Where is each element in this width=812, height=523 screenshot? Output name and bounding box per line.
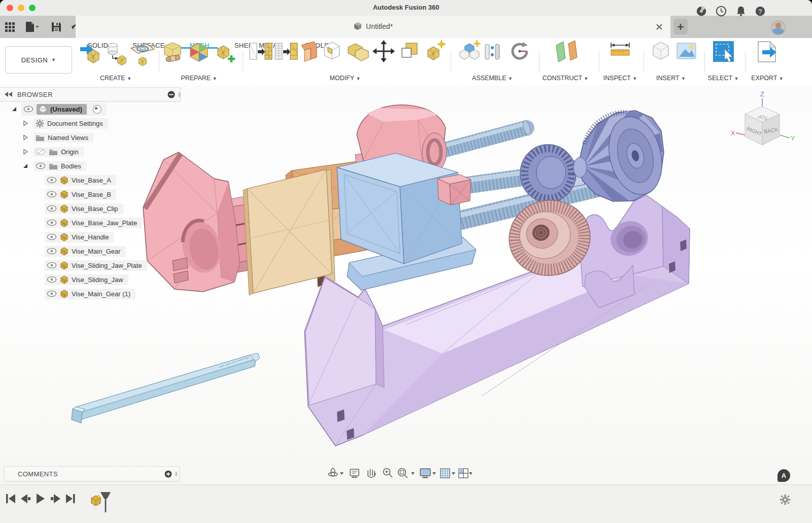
- repair-mesh-icon[interactable]: [164, 43, 181, 62]
- visibility-eye-icon[interactable]: [47, 262, 57, 269]
- tree-row-body[interactable]: Vise_Main_Gear: [0, 245, 181, 258]
- remesh-icon[interactable]: [250, 43, 272, 59]
- group-insert[interactable]: INSERT ▼: [656, 75, 686, 82]
- browser-header[interactable]: BROWSER ‖: [0, 87, 181, 101]
- app-grid-icon[interactable]: [4, 21, 15, 33]
- visibility-eye-icon[interactable]: [47, 219, 57, 226]
- export-icon[interactable]: [758, 42, 776, 62]
- group-prepare[interactable]: PREPARE ▼: [181, 75, 217, 82]
- orbit-icon[interactable]: [328, 468, 337, 476]
- file-menu-icon[interactable]: [24, 21, 40, 33]
- model-pink-collar[interactable]: [437, 175, 471, 205]
- pan-icon[interactable]: [368, 469, 376, 477]
- look-at-icon[interactable]: [350, 469, 359, 477]
- collapse-panel-icon[interactable]: [4, 91, 13, 97]
- add-comment-icon[interactable]: [164, 470, 172, 478]
- group-select[interactable]: SELECT ▼: [708, 75, 739, 82]
- timeline-playhead[interactable]: [100, 492, 111, 512]
- measure-icon[interactable]: [611, 43, 629, 55]
- visibility-eye-icon[interactable]: [47, 233, 57, 240]
- model-vise-sliding-jaw-plate[interactable]: [243, 169, 335, 295]
- document-node[interactable]: (Unsaved): [37, 104, 87, 115]
- tree-row-body[interactable]: Vise_Sliding_Jaw_Plate: [0, 259, 181, 272]
- visibility-eye-icon[interactable]: [47, 205, 57, 212]
- tree-row-body[interactable]: Vise_Base_A: [0, 173, 181, 187]
- visibility-eye-icon[interactable]: [36, 162, 46, 169]
- skip-to-end-icon[interactable]: [66, 494, 75, 503]
- group-create[interactable]: CREATE ▼: [100, 75, 131, 82]
- visibility-eye-icon[interactable]: [47, 290, 57, 297]
- reduce-icon[interactable]: [275, 43, 297, 59]
- combine-icon[interactable]: [348, 44, 368, 61]
- tree-row-bodies[interactable]: Bodies: [0, 159, 181, 172]
- tree-row-body[interactable]: Vise_Handle: [0, 230, 181, 243]
- insert-canvas-icon[interactable]: [677, 43, 696, 59]
- tree-row-body[interactable]: Vise_Main_Gear (1): [0, 287, 181, 300]
- expanded-arrow-icon[interactable]: [22, 163, 28, 169]
- save-icon[interactable]: [51, 21, 62, 33]
- tree-row-body[interactable]: Vise_Base_Jaw_Plate: [0, 216, 181, 229]
- tree-row-origin[interactable]: Origin: [0, 145, 181, 158]
- zoom-icon[interactable]: [384, 469, 393, 478]
- shell-icon[interactable]: [301, 42, 317, 61]
- step-forward-icon[interactable]: [51, 494, 60, 503]
- collapsed-arrow-icon[interactable]: [22, 120, 28, 126]
- new-component-icon[interactable]: [460, 40, 481, 59]
- skip-to-start-icon[interactable]: [6, 494, 15, 503]
- clock-icon[interactable]: [715, 5, 728, 17]
- drive-joint-icon[interactable]: [513, 42, 528, 58]
- chevron-down-icon[interactable]: [469, 472, 472, 475]
- user-avatar[interactable]: [771, 20, 786, 35]
- move-copy-icon[interactable]: [373, 40, 395, 62]
- mesh-face-groups-icon[interactable]: [190, 43, 208, 61]
- tree-row-body[interactable]: Vise_Base_B: [0, 188, 181, 201]
- construct-plane-icon[interactable]: [556, 41, 577, 62]
- tree-row-named-views[interactable]: Named Views: [0, 131, 181, 144]
- new-tab-button[interactable]: [673, 19, 688, 34]
- hole-icon[interactable]: [324, 42, 340, 59]
- step-back-icon[interactable]: [21, 494, 30, 503]
- group-modify[interactable]: MODIFY ▼: [330, 75, 361, 82]
- close-tab-icon[interactable]: [654, 22, 664, 32]
- create-mesh-plane-icon[interactable]: [131, 44, 154, 66]
- extensions-icon[interactable]: [695, 5, 708, 17]
- grid-settings-icon[interactable]: [441, 469, 450, 478]
- visibility-off-eye-icon[interactable]: [36, 148, 46, 155]
- remove-icon[interactable]: [167, 91, 175, 98]
- joint-icon[interactable]: [485, 44, 499, 59]
- collapsed-arrow-icon[interactable]: [22, 134, 28, 141]
- chevron-down-icon[interactable]: [452, 472, 455, 475]
- insert-derive-icon[interactable]: [653, 42, 668, 59]
- notifications-bell-icon[interactable]: [734, 5, 748, 17]
- create-mesh-section-icon[interactable]: [108, 43, 126, 65]
- select-tool-icon[interactable]: [713, 41, 734, 62]
- viewcube[interactable]: TOP RIGHT BACK Z X Y: [731, 90, 795, 145]
- group-assemble[interactable]: ASSEMBLE ▼: [472, 75, 513, 82]
- visibility-eye-icon[interactable]: [47, 191, 57, 198]
- panel-grip[interactable]: ‖: [175, 470, 177, 478]
- model-vise-sliding-jaw[interactable]: [337, 153, 476, 290]
- expanded-arrow-icon[interactable]: [11, 106, 17, 112]
- visibility-eye-icon[interactable]: [47, 177, 57, 184]
- display-settings-icon[interactable]: [420, 469, 430, 478]
- group-export[interactable]: EXPORT ▼: [751, 75, 783, 82]
- visibility-eye-icon[interactable]: [47, 248, 57, 255]
- chevron-down-icon[interactable]: [340, 472, 344, 475]
- timeline-settings-gear-icon[interactable]: [780, 494, 791, 505]
- tree-row-body[interactable]: Vise_Base_Clip: [0, 202, 181, 215]
- group-construct[interactable]: CONSTRUCT ▼: [543, 75, 589, 82]
- viewports-icon[interactable]: [459, 469, 468, 478]
- visibility-eye-icon[interactable]: [47, 276, 57, 283]
- timeline-feature-mesh-icon[interactable]: [91, 495, 101, 510]
- chevron-down-icon[interactable]: [411, 472, 415, 475]
- document-tab[interactable]: Untitled*: [76, 16, 670, 38]
- insert-mesh-icon[interactable]: [80, 44, 99, 63]
- panel-grip[interactable]: ‖: [178, 91, 180, 98]
- assistant-badge[interactable]: A: [777, 469, 790, 482]
- comments-bar[interactable]: COMMENTS ‖: [4, 466, 180, 481]
- activate-component-radio[interactable]: [93, 105, 101, 114]
- play-icon[interactable]: [37, 494, 45, 504]
- help-icon[interactable]: ?: [754, 5, 767, 17]
- fit-icon[interactable]: [398, 469, 408, 478]
- tree-row-document[interactable]: (Unsaved): [0, 102, 181, 116]
